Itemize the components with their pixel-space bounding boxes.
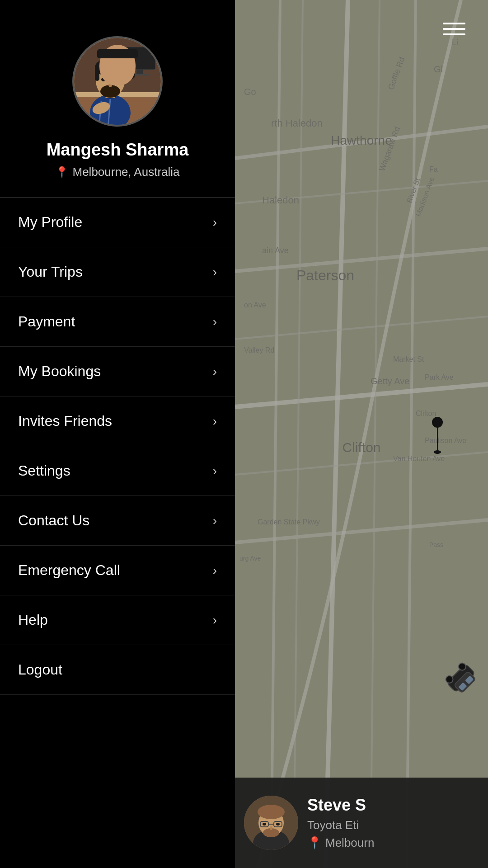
svg-point-68 [258, 805, 285, 819]
profile-location-text: Melbourne, Australia [72, 165, 179, 179]
svg-text:Hawthorne: Hawthorne [331, 133, 392, 147]
svg-text:Gl: Gl [434, 64, 443, 74]
menu-chevron-contact-us: › [213, 514, 217, 528]
menu-item-label-contact-us: Contact Us [18, 512, 89, 529]
avatar [72, 36, 163, 127]
menu-chevron-settings: › [213, 464, 217, 478]
menu-item-label-my-bookings: My Bookings [18, 363, 101, 380]
menu-chevron-invites-friends: › [213, 414, 217, 429]
svg-text:Valley Rd: Valley Rd [244, 346, 274, 354]
menu-chevron-my-profile: › [213, 215, 217, 230]
menu-chevron-emergency-call: › [213, 563, 217, 578]
svg-text:Market St: Market St [393, 355, 424, 363]
driver-card: Steve SSteve S Toyota Eti 📍 Melbourn [235, 778, 488, 868]
svg-text:Fa: Fa [429, 165, 438, 173]
hamburger-line-1 [443, 23, 465, 24]
svg-rect-57 [130, 67, 135, 79]
menu-item-emergency-call[interactable]: Emergency Call› [0, 546, 235, 595]
svg-text:Haledon: Haledon [262, 194, 299, 206]
hamburger-line-2 [443, 28, 465, 30]
menu-item-invites-friends[interactable]: Invites Friends› [0, 396, 235, 446]
avatar-image [74, 38, 161, 125]
svg-rect-46 [124, 47, 155, 70]
svg-point-59 [101, 78, 106, 81]
svg-point-75 [270, 826, 272, 830]
profile-name: Mangesh Sharma [47, 140, 189, 160]
menu-item-my-profile[interactable]: My Profile› [0, 198, 235, 247]
menu-chevron-help: › [213, 613, 217, 627]
menu-item-label-your-trips: Your Trips [18, 264, 83, 280]
menu-item-label-help: Help [18, 612, 48, 628]
svg-text:Getty Ave: Getty Ave [371, 376, 409, 386]
driver-avatar [244, 796, 298, 850]
svg-text:urg Ave: urg Ave [239, 555, 261, 562]
map-pin-base [434, 450, 441, 454]
profile-location: 📍 Melbourne, Australia [55, 165, 179, 179]
menu-list: My Profile›Your Trips›Payment›My Booking… [0, 198, 235, 868]
map-car-icon [443, 660, 479, 696]
menu-item-your-trips[interactable]: Your Trips› [0, 247, 235, 297]
driver-location-text: Melbourn [325, 836, 374, 850]
svg-point-60 [115, 78, 119, 81]
map-pin-line [437, 428, 438, 450]
svg-point-72 [263, 823, 266, 826]
menu-item-label-invites-friends: Invites Friends [18, 413, 112, 429]
menu-item-label-logout: Logout [18, 661, 62, 678]
menu-item-my-bookings[interactable]: My Bookings› [0, 347, 235, 396]
svg-text:Van Houten Ave: Van Houten Ave [393, 455, 445, 462]
svg-text:Paterson: Paterson [296, 267, 354, 283]
svg-text:rth Haledon: rth Haledon [271, 118, 323, 129]
menu-item-label-settings: Settings [18, 462, 70, 479]
svg-rect-47 [136, 70, 143, 74]
map-svg: Hawthorne Paterson Clifton rth Haledon H… [235, 0, 488, 868]
driver-location-row: 📍 Melbourn [307, 836, 479, 850]
svg-rect-48 [131, 74, 149, 75]
driver-avatar-image [244, 796, 298, 850]
map-marker [432, 417, 443, 454]
menu-item-label-my-profile: My Profile [18, 214, 82, 231]
menu-item-contact-us[interactable]: Contact Us› [0, 496, 235, 546]
driver-location-icon: 📍 [307, 836, 322, 850]
menu-item-help[interactable]: Help› [0, 595, 235, 645]
svg-text:Garden State Pkwy: Garden State Pkwy [258, 518, 320, 526]
map-pin-dot [432, 417, 443, 428]
svg-point-73 [276, 823, 280, 826]
svg-text:Paulison Ave: Paulison Ave [425, 437, 466, 444]
hamburger-line-3 [443, 33, 465, 35]
hamburger-button[interactable] [438, 18, 470, 40]
svg-text:Pass: Pass [429, 541, 443, 548]
location-pin-icon: 📍 [55, 166, 69, 179]
menu-item-label-emergency-call: Emergency Call [18, 562, 120, 579]
svg-text:ain Ave: ain Ave [262, 246, 289, 255]
svg-text:on Ave: on Ave [244, 301, 266, 309]
svg-point-55 [95, 58, 126, 76]
menu-chevron-your-trips: › [213, 265, 217, 279]
menu-item-label-payment: Payment [18, 313, 75, 330]
menu-chevron-my-bookings: › [213, 364, 217, 379]
sidebar: Mangesh Sharma 📍 Melbourne, Australia My… [0, 0, 235, 868]
driver-info: Steve SSteve S Toyota Eti 📍 Melbourn [307, 796, 479, 850]
svg-rect-56 [95, 67, 99, 81]
menu-item-settings[interactable]: Settings› [0, 446, 235, 496]
profile-section: Mangesh Sharma 📍 Melbourne, Australia [0, 0, 235, 197]
menu-item-logout[interactable]: Logout [0, 645, 235, 695]
svg-text:Go: Go [244, 87, 256, 97]
driver-name: Steve SSteve S [307, 796, 479, 815]
menu-item-payment[interactable]: Payment› [0, 297, 235, 347]
svg-point-61 [108, 83, 112, 87]
svg-text:Park Ave: Park Ave [425, 373, 454, 381]
menu-chevron-payment: › [213, 315, 217, 329]
map-background: Hawthorne Paterson Clifton rth Haledon H… [235, 0, 488, 868]
svg-text:Clifton: Clifton [416, 410, 436, 417]
driver-car: Toyota Eti [307, 818, 479, 832]
svg-text:Clifton: Clifton [342, 440, 380, 455]
